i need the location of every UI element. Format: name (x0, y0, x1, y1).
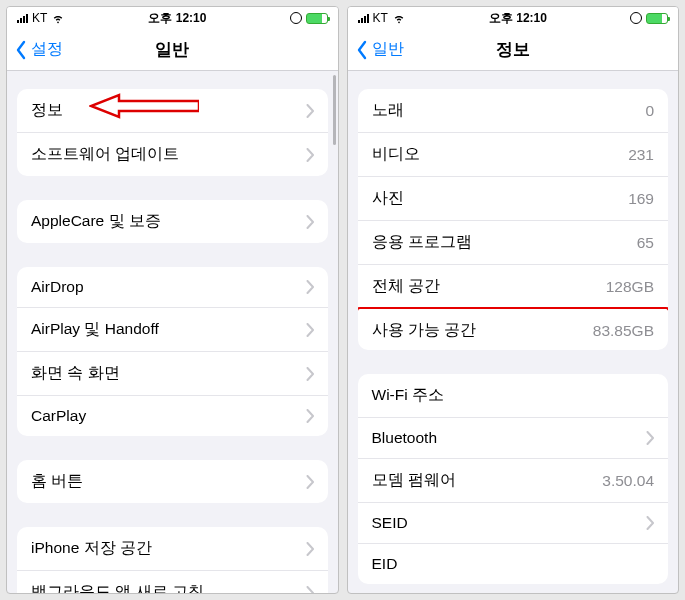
right-phone: KT 오후 12:10 일반 정보 노래0비디오231사진169응용 프로그램6… (347, 6, 680, 594)
row-label: EID (372, 555, 398, 573)
back-label: 설정 (31, 39, 63, 60)
chevron-right-icon (306, 104, 314, 118)
settings-group: 홈 버튼 (17, 460, 328, 503)
row-label: AirDrop (31, 278, 84, 296)
status-time: 오후 12:10 (148, 10, 206, 27)
settings-group: iPhone 저장 공간백그라운드 앱 새로 고침 (17, 527, 328, 593)
settings-group: AirDropAirPlay 및 Handoff화면 속 화면CarPlay (17, 267, 328, 436)
settings-list[interactable]: 정보소프트웨어 업데이트AppleCare 및 보증AirDropAirPlay… (7, 71, 338, 593)
row-label: SEID (372, 514, 408, 532)
status-bar: KT 오후 12:10 (348, 7, 679, 29)
settings-row[interactable]: 모뎀 펌웨어3.50.04 (358, 459, 669, 503)
row-label: CarPlay (31, 407, 86, 425)
battery-icon (306, 13, 328, 24)
wifi-icon (51, 11, 65, 25)
row-value: 128GB (606, 278, 654, 296)
settings-group: 노래0비디오231사진169응용 프로그램65전체 공간128GB사용 가능 공… (358, 89, 669, 350)
chevron-right-icon (306, 323, 314, 337)
chevron-left-icon (13, 40, 29, 60)
scrollbar[interactable] (333, 75, 336, 145)
settings-group: Wi-Fi 주소Bluetooth모뎀 펌웨어3.50.04SEIDEID (358, 374, 669, 584)
row-label: 홈 버튼 (31, 471, 83, 492)
settings-row[interactable]: 홈 버튼 (17, 460, 328, 503)
row-value: 231 (628, 146, 654, 164)
settings-row[interactable]: 정보 (17, 89, 328, 133)
settings-row[interactable]: SEID (358, 503, 669, 544)
row-label: 정보 (31, 100, 63, 121)
settings-row[interactable]: 응용 프로그램65 (358, 221, 669, 265)
signal-icon (17, 13, 28, 23)
status-left: KT (358, 11, 406, 25)
settings-row[interactable]: AirPlay 및 Handoff (17, 308, 328, 352)
chevron-right-icon (306, 475, 314, 489)
chevron-right-icon (306, 215, 314, 229)
settings-row[interactable]: 전체 공간128GB (358, 265, 669, 309)
chevron-right-icon (646, 516, 654, 530)
settings-group: AppleCare 및 보증 (17, 200, 328, 243)
chevron-right-icon (306, 409, 314, 423)
nav-bar: 일반 정보 (348, 29, 679, 71)
row-value: 65 (637, 234, 654, 252)
row-label: 소프트웨어 업데이트 (31, 144, 179, 165)
status-bar: KT 오후 12:10 (7, 7, 338, 29)
chevron-right-icon (306, 148, 314, 162)
row-value: 3.50.04 (602, 472, 654, 490)
row-label: AirPlay 및 Handoff (31, 319, 159, 340)
settings-row[interactable]: 비디오231 (358, 133, 669, 177)
chevron-left-icon (354, 40, 370, 60)
row-label: iPhone 저장 공간 (31, 538, 152, 559)
row-label: 백그라운드 앱 새로 고침 (31, 582, 204, 593)
chevron-right-icon (306, 367, 314, 381)
status-right (630, 12, 668, 24)
row-label: 전체 공간 (372, 276, 440, 297)
settings-row[interactable]: 노래0 (358, 89, 669, 133)
row-value: 0 (645, 102, 654, 120)
wifi-icon (392, 11, 406, 25)
settings-row[interactable]: 화면 속 화면 (17, 352, 328, 396)
status-time: 오후 12:10 (489, 10, 547, 27)
settings-row[interactable]: CarPlay (17, 396, 328, 436)
settings-row[interactable]: 사진169 (358, 177, 669, 221)
row-label: Wi-Fi 주소 (372, 385, 444, 406)
rotation-lock-icon (290, 12, 302, 24)
settings-row[interactable]: Wi-Fi 주소 (358, 374, 669, 418)
settings-row[interactable]: 사용 가능 공간83.85GB (358, 307, 669, 350)
row-label: 모뎀 펌웨어 (372, 470, 456, 491)
nav-bar: 설정 일반 (7, 29, 338, 71)
settings-row[interactable]: iPhone 저장 공간 (17, 527, 328, 571)
row-label: 사용 가능 공간 (372, 320, 477, 341)
row-label: 사진 (372, 188, 404, 209)
back-button[interactable]: 설정 (7, 39, 63, 60)
chevron-right-icon (306, 542, 314, 556)
settings-row[interactable]: EID (358, 544, 669, 584)
status-left: KT (17, 11, 65, 25)
settings-row[interactable]: AppleCare 및 보증 (17, 200, 328, 243)
status-right (290, 12, 328, 24)
chevron-right-icon (646, 431, 654, 445)
signal-icon (358, 13, 369, 23)
battery-icon (646, 13, 668, 24)
row-label: 화면 속 화면 (31, 363, 120, 384)
row-value: 169 (628, 190, 654, 208)
settings-group: 정보소프트웨어 업데이트 (17, 89, 328, 176)
row-label: 응용 프로그램 (372, 232, 472, 253)
settings-row[interactable]: AirDrop (17, 267, 328, 308)
row-value: 83.85GB (593, 322, 654, 340)
rotation-lock-icon (630, 12, 642, 24)
row-label: AppleCare 및 보증 (31, 211, 161, 232)
row-label: 노래 (372, 100, 404, 121)
settings-row[interactable]: 소프트웨어 업데이트 (17, 133, 328, 176)
back-label: 일반 (372, 39, 404, 60)
chevron-right-icon (306, 280, 314, 294)
about-list[interactable]: 노래0비디오231사진169응용 프로그램65전체 공간128GB사용 가능 공… (348, 71, 679, 593)
carrier-label: KT (373, 11, 388, 25)
back-button[interactable]: 일반 (348, 39, 404, 60)
settings-row[interactable]: Bluetooth (358, 418, 669, 459)
left-phone: KT 오후 12:10 설정 일반 정보소프트웨어 업데이트AppleCare … (6, 6, 339, 594)
row-label: Bluetooth (372, 429, 438, 447)
settings-row[interactable]: 백그라운드 앱 새로 고침 (17, 571, 328, 593)
row-label: 비디오 (372, 144, 420, 165)
chevron-right-icon (306, 586, 314, 594)
carrier-label: KT (32, 11, 47, 25)
